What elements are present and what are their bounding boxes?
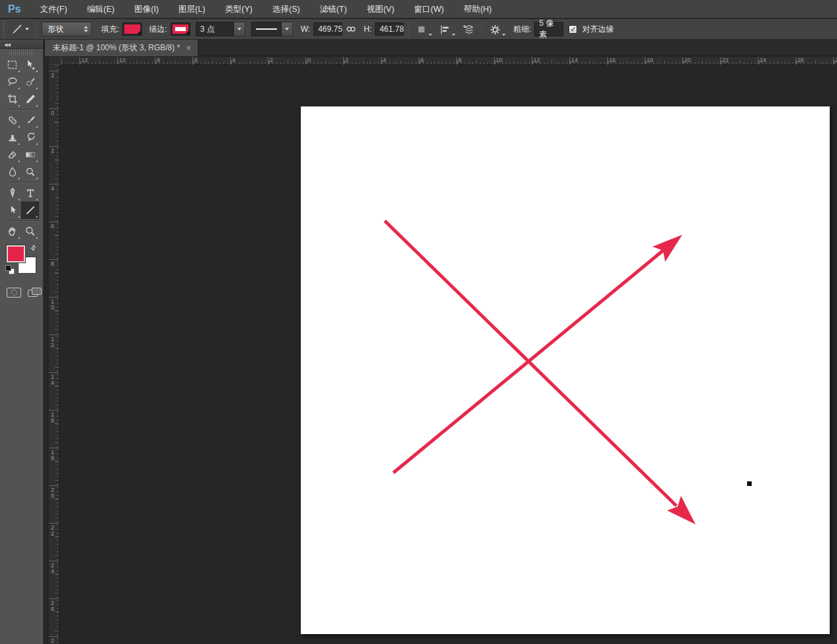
clone-stamp-icon [7,132,19,143]
tool-mode-select[interactable]: 形状 [42,22,92,36]
ruler-origin-box[interactable] [49,57,61,65]
tool-gradient[interactable] [21,146,39,163]
geometry-options-button[interactable] [489,21,506,37]
tool-preset-picker[interactable] [9,23,32,35]
screen-mode-button[interactable] [28,288,42,298]
tool-dodge[interactable] [21,163,39,181]
menu-item-image[interactable]: 图像(I) [124,0,169,19]
tool-zoom[interactable] [21,223,39,240]
ruler-h-label: 12 [534,57,540,64]
shape-height-value: 461.78 [379,24,404,34]
path-operations-button[interactable] [416,21,432,37]
stroke-width-input[interactable]: 3 点 [196,22,234,36]
spot-healing-brush-icon [7,114,19,126]
tool-grid [3,56,40,240]
align-edges-checkbox[interactable] [569,25,577,34]
stroke-width-dropdown-button[interactable] [234,22,245,36]
line-weight-input[interactable]: 5 像素 [534,22,563,36]
menu-item-layer[interactable]: 图层(L) [169,0,215,19]
ruler-h-label: 26 [797,57,804,64]
ruler-h-label: 10 [496,57,502,64]
menu-item-filter[interactable]: 滤镜(T) [310,0,357,19]
tool-brush[interactable] [21,112,39,129]
ruler-h-label: 8 [458,57,461,64]
tool-clone-stamp[interactable] [3,129,21,146]
fill-color-swatch[interactable] [122,22,142,36]
swap-colors-icon[interactable]: ⇄ [28,243,38,253]
flyout-corner-icon [36,198,38,200]
foreground-color-swatch[interactable] [7,245,25,262]
ruler-horizontal[interactable]: 121086420246810121416182022242628 [49,57,837,65]
path-alignment-button[interactable] [439,21,456,37]
shape-width-value: 469.75 [318,24,342,34]
tool-lasso[interactable] [3,73,21,91]
history-brush-icon [24,132,36,143]
pasteboard[interactable] [44,56,837,644]
tool-line[interactable] [21,202,39,219]
tool-eraser[interactable] [3,146,21,163]
menu-item-help[interactable]: 帮助(H) [454,0,501,19]
tool-type[interactable] [21,184,39,202]
stroke-style-dropdown-button[interactable] [282,22,293,36]
cursor-mark [747,481,752,486]
menu-item-view[interactable]: 视图(V) [357,0,405,19]
tool-hand[interactable] [3,223,21,240]
ruler-v-label: 16 [51,412,56,423]
ruler-v-label: 24 [51,563,56,574]
hand-icon [7,225,19,237]
tool-spot-healing-brush[interactable] [3,112,21,129]
stroke-color-swatch[interactable] [171,22,190,36]
tool-move[interactable] [21,56,39,73]
ruler-h-label: 4 [383,57,386,64]
toolbar-grip[interactable] [9,50,34,56]
ruler-v-label: 10 [51,299,56,310]
menu-item-edit[interactable]: 编辑(E) [77,0,125,19]
arrange-layers-icon [462,24,474,36]
ruler-h-label: 18 [647,57,653,64]
tool-eyedropper[interactable] [21,91,39,108]
close-icon[interactable]: × [186,44,191,52]
ruler-vertical[interactable]: 20246810121416182022242628 [49,65,60,644]
photoshop-window: Ps 文件(F)编辑(E)图像(I)图层(L)类型(Y)选择(S)滤镜(T)视图… [0,0,837,644]
quick-mask-button[interactable] [7,288,21,298]
tool-blur[interactable] [3,163,21,181]
tool-pen[interactable] [3,184,21,202]
tool-path-selection[interactable] [3,202,21,219]
flyout-corner-icon [36,87,38,89]
flyout-corner-icon [36,160,38,162]
ruler-h-label: 6 [194,57,198,64]
canvas-drawing [301,106,830,634]
chevron-down-icon [137,30,141,34]
line-weight-value: 5 像素 [539,18,559,40]
tool-rectangular-marquee[interactable] [3,56,21,73]
brush-icon [24,114,36,126]
ruler-ticks [61,60,837,64]
ruler-h-label: 0 [307,57,311,64]
menu-item-file[interactable]: 文件(F) [30,0,77,19]
toolbar-collapse-button[interactable]: ◀◀ [0,40,43,49]
chevron-down-icon [428,34,432,36]
ruler-h-label: 2 [345,57,348,64]
default-colors-icon[interactable] [5,265,15,274]
chevron-down-icon [452,34,456,36]
ruler-h-label: 22 [722,57,729,64]
canvas[interactable] [301,106,830,634]
menu-bar: Ps 文件(F)编辑(E)图像(I)图层(L)类型(Y)选择(S)滤镜(T)视图… [0,0,837,19]
shape-width-input[interactable]: 469.75 [313,22,342,36]
toolbar-panel: ◀◀ ⇄ [0,40,44,644]
options-bar-grip[interactable] [1,20,6,38]
stroke-style-preview[interactable] [251,22,282,36]
tool-quick-selection[interactable] [21,73,39,91]
flyout-corner-icon [18,177,20,179]
path-arrangement-button[interactable] [462,21,474,37]
tool-history-brush[interactable] [21,129,39,146]
document-tab[interactable]: 未标题-1 @ 100% (形状 3, RGB/8) * × [44,40,198,56]
tool-crop[interactable] [3,91,21,108]
link-dimensions-icon[interactable] [345,23,357,35]
gradient-icon [24,149,36,161]
shape-height-input[interactable]: 461.78 [375,22,404,36]
quick-selection-icon [24,76,36,88]
menu-item-window[interactable]: 窗口(W) [404,0,454,19]
menu-item-type[interactable]: 类型(Y) [215,0,262,19]
menu-item-select[interactable]: 选择(S) [262,0,310,19]
